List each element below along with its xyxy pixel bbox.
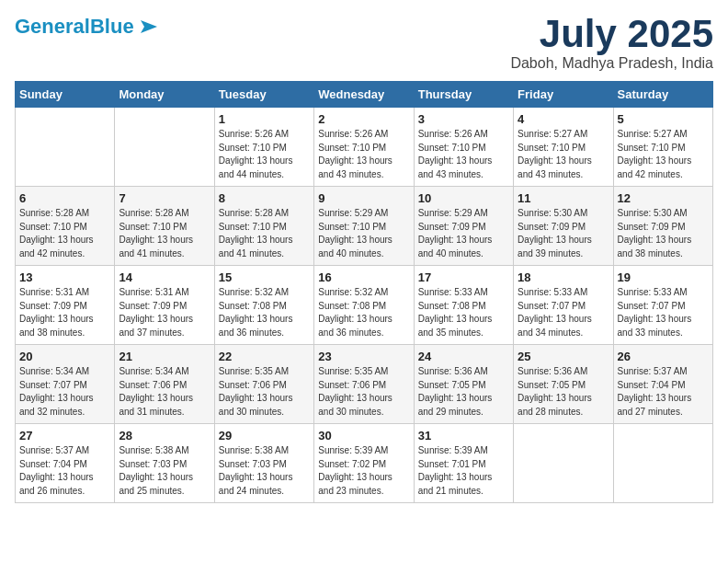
day-info: Sunrise: 5:37 AM Sunset: 7:04 PM Dayligh… [19, 444, 110, 498]
calendar-cell: 24Sunrise: 5:36 AM Sunset: 7:05 PM Dayli… [414, 345, 513, 424]
calendar-week-row: 13Sunrise: 5:31 AM Sunset: 7:09 PM Dayli… [16, 266, 713, 345]
day-number: 27 [19, 429, 110, 442]
calendar-cell: 18Sunrise: 5:33 AM Sunset: 7:07 PM Dayli… [514, 266, 613, 345]
day-info: Sunrise: 5:38 AM Sunset: 7:03 PM Dayligh… [219, 444, 310, 498]
day-number: 29 [219, 429, 310, 442]
day-info: Sunrise: 5:36 AM Sunset: 7:05 PM Dayligh… [518, 365, 609, 419]
calendar-cell: 29Sunrise: 5:38 AM Sunset: 7:03 PM Dayli… [214, 424, 313, 503]
calendar-cell: 11Sunrise: 5:30 AM Sunset: 7:09 PM Dayli… [514, 187, 613, 266]
calendar-cell: 15Sunrise: 5:32 AM Sunset: 7:08 PM Dayli… [214, 266, 313, 345]
title-area: July 2025 Daboh, Madhya Pradesh, India [510, 15, 713, 72]
calendar-cell: 16Sunrise: 5:32 AM Sunset: 7:08 PM Dayli… [314, 266, 414, 345]
day-number: 4 [518, 112, 609, 126]
calendar-cell [613, 424, 712, 503]
calendar-cell: 17Sunrise: 5:33 AM Sunset: 7:08 PM Dayli… [414, 266, 513, 345]
day-info: Sunrise: 5:34 AM Sunset: 7:07 PM Dayligh… [19, 365, 110, 419]
day-number: 14 [119, 270, 210, 284]
day-number: 24 [418, 350, 509, 363]
day-info: Sunrise: 5:33 AM Sunset: 7:07 PM Dayligh… [518, 286, 609, 339]
calendar-cell: 27Sunrise: 5:37 AM Sunset: 7:04 PM Dayli… [16, 424, 115, 503]
day-info: Sunrise: 5:39 AM Sunset: 7:01 PM Dayligh… [418, 444, 509, 498]
calendar-cell: 6Sunrise: 5:28 AM Sunset: 7:10 PM Daylig… [16, 187, 115, 266]
day-number: 9 [318, 191, 409, 205]
calendar-cell: 3Sunrise: 5:26 AM Sunset: 7:10 PM Daylig… [414, 108, 513, 187]
calendar-cell: 4Sunrise: 5:27 AM Sunset: 7:10 PM Daylig… [514, 108, 613, 187]
day-info: Sunrise: 5:33 AM Sunset: 7:08 PM Dayligh… [418, 286, 509, 339]
day-number: 28 [119, 429, 210, 442]
day-number: 26 [618, 350, 709, 363]
day-number: 17 [418, 270, 509, 284]
day-number: 16 [318, 270, 409, 284]
day-number: 30 [318, 429, 409, 442]
svg-marker-0 [141, 20, 157, 33]
calendar-cell: 31Sunrise: 5:39 AM Sunset: 7:01 PM Dayli… [414, 424, 513, 503]
day-info: Sunrise: 5:33 AM Sunset: 7:07 PM Dayligh… [618, 286, 709, 339]
calendar-cell: 25Sunrise: 5:36 AM Sunset: 7:05 PM Dayli… [514, 345, 613, 424]
day-number: 13 [19, 270, 110, 284]
day-number: 15 [219, 270, 310, 284]
day-info: Sunrise: 5:37 AM Sunset: 7:04 PM Dayligh… [618, 365, 709, 419]
day-info: Sunrise: 5:28 AM Sunset: 7:10 PM Dayligh… [219, 207, 310, 260]
day-info: Sunrise: 5:26 AM Sunset: 7:10 PM Dayligh… [219, 128, 310, 181]
day-info: Sunrise: 5:29 AM Sunset: 7:10 PM Dayligh… [318, 207, 409, 260]
weekday-header: Monday [115, 82, 214, 108]
calendar-cell [514, 424, 613, 503]
day-number: 6 [19, 191, 110, 205]
calendar-table: SundayMondayTuesdayWednesdayThursdayFrid… [15, 81, 713, 503]
calendar-cell: 19Sunrise: 5:33 AM Sunset: 7:07 PM Dayli… [613, 266, 712, 345]
day-number: 20 [19, 350, 110, 363]
weekday-header: Wednesday [314, 82, 414, 108]
day-number: 31 [418, 429, 509, 442]
weekday-header: Tuesday [214, 82, 313, 108]
day-number: 7 [119, 191, 210, 205]
logo-text: GeneralBlue [15, 16, 134, 38]
calendar-cell: 21Sunrise: 5:34 AM Sunset: 7:06 PM Dayli… [115, 345, 214, 424]
calendar-week-row: 20Sunrise: 5:34 AM Sunset: 7:07 PM Dayli… [16, 345, 713, 424]
day-number: 2 [318, 112, 409, 126]
weekday-header: Friday [514, 82, 613, 108]
calendar-cell: 28Sunrise: 5:38 AM Sunset: 7:03 PM Dayli… [115, 424, 214, 503]
day-info: Sunrise: 5:34 AM Sunset: 7:06 PM Dayligh… [119, 365, 210, 419]
calendar-cell: 2Sunrise: 5:26 AM Sunset: 7:10 PM Daylig… [314, 108, 414, 187]
day-info: Sunrise: 5:29 AM Sunset: 7:09 PM Dayligh… [418, 207, 509, 260]
logo-line2: Blue [90, 15, 134, 38]
month-title: July 2025 [510, 15, 713, 53]
day-info: Sunrise: 5:30 AM Sunset: 7:09 PM Dayligh… [518, 207, 609, 260]
weekday-header: Saturday [613, 82, 712, 108]
day-number: 8 [219, 191, 310, 205]
day-number: 12 [618, 191, 709, 205]
logo-icon [137, 15, 161, 39]
day-info: Sunrise: 5:30 AM Sunset: 7:09 PM Dayligh… [618, 207, 709, 260]
logo-line1: General [15, 15, 90, 38]
day-number: 22 [219, 350, 310, 363]
weekday-header: Sunday [16, 82, 115, 108]
day-info: Sunrise: 5:26 AM Sunset: 7:10 PM Dayligh… [418, 128, 509, 181]
day-info: Sunrise: 5:28 AM Sunset: 7:10 PM Dayligh… [119, 207, 210, 260]
day-number: 1 [219, 112, 310, 126]
calendar-cell: 26Sunrise: 5:37 AM Sunset: 7:04 PM Dayli… [613, 345, 712, 424]
day-info: Sunrise: 5:26 AM Sunset: 7:10 PM Dayligh… [318, 128, 409, 181]
calendar-cell: 7Sunrise: 5:28 AM Sunset: 7:10 PM Daylig… [115, 187, 214, 266]
calendar-cell: 8Sunrise: 5:28 AM Sunset: 7:10 PM Daylig… [214, 187, 313, 266]
calendar-week-row: 27Sunrise: 5:37 AM Sunset: 7:04 PM Dayli… [16, 424, 713, 503]
calendar-cell [16, 108, 115, 187]
calendar-week-row: 1Sunrise: 5:26 AM Sunset: 7:10 PM Daylig… [16, 108, 713, 187]
location: Daboh, Madhya Pradesh, India [510, 55, 713, 72]
day-number: 5 [618, 112, 709, 126]
calendar-week-row: 6Sunrise: 5:28 AM Sunset: 7:10 PM Daylig… [16, 187, 713, 266]
day-info: Sunrise: 5:35 AM Sunset: 7:06 PM Dayligh… [318, 365, 409, 419]
calendar-cell: 1Sunrise: 5:26 AM Sunset: 7:10 PM Daylig… [214, 108, 313, 187]
logo: GeneralBlue [15, 15, 161, 39]
calendar-cell: 22Sunrise: 5:35 AM Sunset: 7:06 PM Dayli… [214, 345, 313, 424]
day-number: 21 [119, 350, 210, 363]
day-info: Sunrise: 5:31 AM Sunset: 7:09 PM Dayligh… [119, 286, 210, 339]
day-number: 10 [418, 191, 509, 205]
day-info: Sunrise: 5:35 AM Sunset: 7:06 PM Dayligh… [219, 365, 310, 419]
day-info: Sunrise: 5:36 AM Sunset: 7:05 PM Dayligh… [418, 365, 509, 419]
calendar-cell: 9Sunrise: 5:29 AM Sunset: 7:10 PM Daylig… [314, 187, 414, 266]
page-header: GeneralBlue July 2025 Daboh, Madhya Prad… [15, 15, 713, 72]
day-number: 23 [318, 350, 409, 363]
day-number: 3 [418, 112, 509, 126]
day-info: Sunrise: 5:31 AM Sunset: 7:09 PM Dayligh… [19, 286, 110, 339]
calendar-cell: 5Sunrise: 5:27 AM Sunset: 7:10 PM Daylig… [613, 108, 712, 187]
